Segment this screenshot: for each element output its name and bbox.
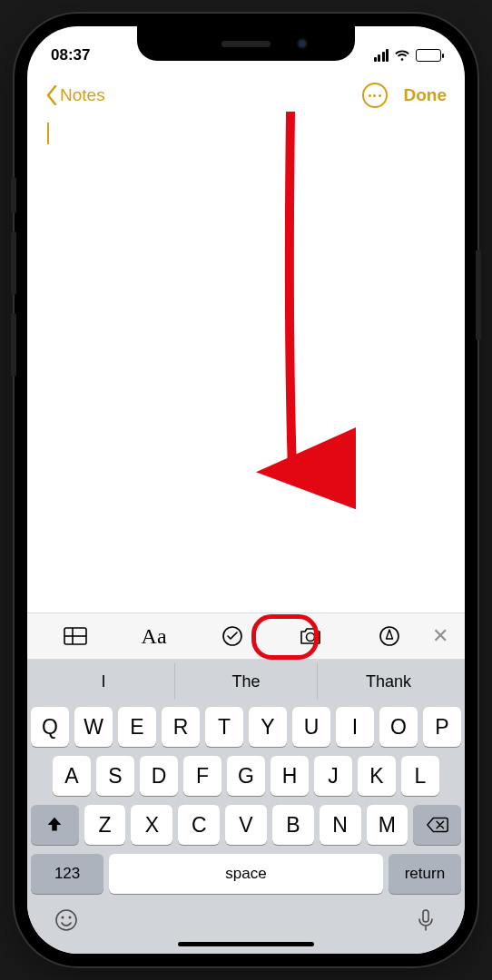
- suggestion-1[interactable]: I: [33, 663, 174, 700]
- more-button[interactable]: [362, 83, 388, 108]
- volume-down-button: [11, 313, 16, 377]
- key-r[interactable]: R: [162, 707, 200, 747]
- close-icon: ✕: [432, 624, 448, 647]
- key-y[interactable]: Y: [249, 707, 287, 747]
- keyboard-keys: QWERTYUIOP ASDFGHJKL ZXCVBNM 123 space r…: [27, 703, 465, 899]
- front-camera: [297, 38, 308, 49]
- ellipsis-icon: [369, 94, 381, 97]
- key-t[interactable]: T: [205, 707, 243, 747]
- svg-point-7: [62, 916, 64, 919]
- svg-rect-9: [423, 910, 428, 922]
- key-z[interactable]: Z: [84, 805, 126, 845]
- key-n[interactable]: N: [320, 805, 361, 845]
- key-a[interactable]: A: [53, 756, 91, 796]
- key-g[interactable]: G: [227, 756, 265, 796]
- suggestion-2[interactable]: The: [174, 663, 317, 700]
- table-button[interactable]: [36, 613, 114, 659]
- clock: 08:37: [51, 46, 90, 64]
- keyboard-container: Aa ✕ I The Thank: [27, 612, 465, 954]
- phone-frame: 08:37 Notes Done: [15, 14, 477, 966]
- svg-point-6: [56, 910, 76, 930]
- svg-point-8: [69, 916, 72, 919]
- microphone-icon: [412, 906, 439, 934]
- back-label: Notes: [60, 85, 105, 105]
- markup-button[interactable]: [350, 613, 428, 659]
- return-key[interactable]: return: [389, 854, 461, 894]
- key-s[interactable]: S: [96, 756, 134, 796]
- camera-icon: [297, 622, 324, 650]
- suggestion-row: I The Thank: [27, 660, 465, 703]
- mute-switch: [11, 177, 16, 213]
- text-style-icon: Aa: [142, 624, 167, 649]
- done-button[interactable]: Done: [404, 85, 448, 105]
- text-cursor: [47, 122, 49, 144]
- key-w[interactable]: W: [74, 707, 113, 747]
- key-o[interactable]: O: [379, 707, 418, 747]
- status-right: [374, 49, 442, 62]
- home-indicator[interactable]: [178, 942, 314, 946]
- checklist-icon: [219, 622, 246, 650]
- key-e[interactable]: E: [118, 707, 156, 747]
- note-editor[interactable]: [27, 119, 465, 612]
- backspace-key[interactable]: [413, 805, 461, 845]
- key-m[interactable]: M: [367, 805, 408, 845]
- format-toolbar: Aa ✕: [27, 612, 465, 660]
- close-toolbar-button[interactable]: ✕: [428, 624, 456, 648]
- battery-icon: [416, 49, 441, 62]
- power-button: [476, 250, 481, 340]
- key-d[interactable]: D: [140, 756, 178, 796]
- cellular-signal-icon: [374, 49, 389, 62]
- key-v[interactable]: V: [225, 805, 267, 845]
- dictation-button[interactable]: [412, 906, 439, 937]
- shift-icon: [44, 815, 64, 835]
- key-f[interactable]: F: [183, 756, 221, 796]
- key-c[interactable]: C: [178, 805, 220, 845]
- numbers-key[interactable]: 123: [31, 854, 103, 894]
- key-b[interactable]: B: [272, 805, 314, 845]
- checklist-button[interactable]: [193, 613, 271, 659]
- shift-key[interactable]: [31, 805, 79, 845]
- key-p[interactable]: P: [423, 707, 461, 747]
- text-style-button[interactable]: Aa: [114, 613, 192, 659]
- speaker-grille: [221, 41, 271, 47]
- key-q[interactable]: Q: [31, 707, 69, 747]
- key-j[interactable]: J: [314, 756, 352, 796]
- camera-button[interactable]: [271, 613, 349, 659]
- back-button[interactable]: Notes: [45, 85, 105, 105]
- svg-point-4: [307, 633, 315, 642]
- key-k[interactable]: K: [358, 756, 396, 796]
- volume-up-button: [11, 231, 16, 295]
- chevron-left-icon: [45, 85, 58, 105]
- key-u[interactable]: U: [292, 707, 330, 747]
- notch: [137, 26, 355, 61]
- screen: 08:37 Notes Done: [27, 26, 465, 954]
- emoji-icon: [53, 906, 80, 934]
- space-key[interactable]: space: [109, 854, 383, 894]
- suggestion-3[interactable]: Thank: [317, 663, 459, 700]
- key-h[interactable]: H: [271, 756, 309, 796]
- key-l[interactable]: L: [401, 756, 439, 796]
- key-x[interactable]: X: [131, 805, 172, 845]
- table-icon: [62, 622, 89, 650]
- emoji-button[interactable]: [53, 906, 80, 937]
- backspace-icon: [426, 816, 449, 834]
- key-i[interactable]: I: [336, 707, 374, 747]
- wifi-icon: [394, 49, 410, 62]
- nav-bar: Notes Done: [27, 72, 465, 119]
- markup-icon: [376, 622, 403, 650]
